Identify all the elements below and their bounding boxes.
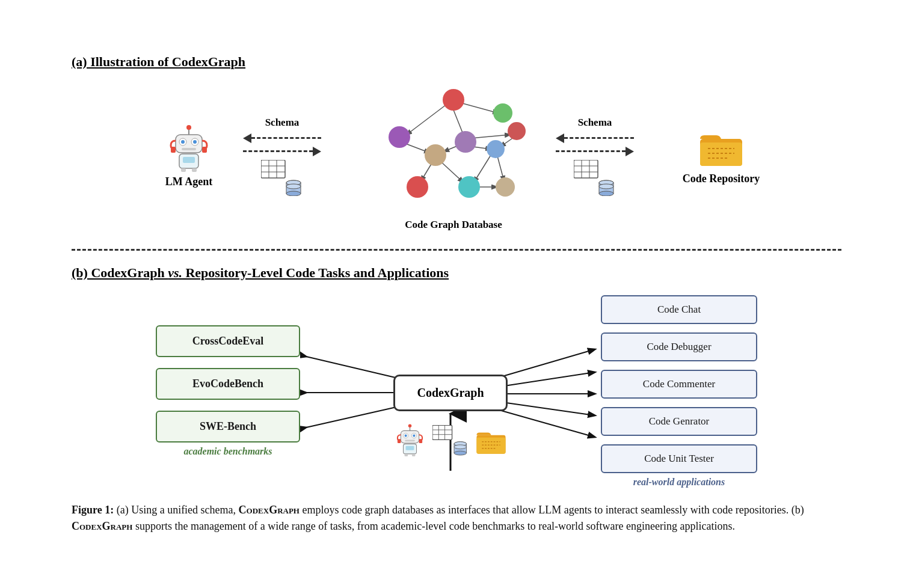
graph-svg [363, 82, 544, 214]
arrow-right-1 [243, 147, 321, 156]
benchmarks-col: CrossCodeEval EvoCodeBench SWE-Bench [156, 325, 300, 443]
section-b-title-vs: vs. [168, 265, 182, 280]
svg-rect-78 [405, 439, 415, 441]
svg-rect-47 [574, 160, 598, 178]
svg-point-42 [487, 140, 505, 158]
svg-rect-12 [181, 168, 186, 172]
benchmarks-label: academic benchmarks [183, 446, 272, 457]
section-b: (b) CodexGraph vs. Repository-Level Code… [72, 265, 841, 488]
svg-point-1 [186, 125, 191, 130]
svg-rect-84 [412, 453, 416, 456]
svg-rect-85 [432, 425, 452, 439]
svg-rect-96 [476, 437, 505, 453]
svg-point-37 [443, 89, 464, 111]
benchmark-box-swe-bench: SWE-Bench [156, 411, 300, 443]
section-b-content: CrossCodeEval EvoCodeBench SWE-Bench aca… [72, 295, 841, 488]
section-b-title-part2: Repository-Level Code Tasks and Applicat… [182, 265, 449, 280]
svg-point-92 [454, 451, 467, 455]
svg-rect-79 [398, 439, 401, 443]
svg-point-72 [408, 424, 412, 427]
benchmark-box-evocodebench: EvoCodeBench [156, 368, 300, 400]
svg-point-6 [193, 140, 197, 144]
svg-line-35 [497, 154, 504, 181]
section-b-title-part1: (b) CodexGraph [72, 265, 168, 280]
lm-agent-label: LM Agent [165, 176, 213, 188]
mini-robot-icon [393, 423, 426, 456]
section-a: (a) Illustration of CodexGraph [72, 54, 841, 231]
arrowhead-left-2 [556, 133, 564, 143]
svg-point-77 [413, 434, 415, 436]
code-repo-block: Code Repository [670, 127, 772, 185]
caption-text: (a) Using a unified schema, CodexGraph e… [72, 504, 804, 532]
graph-db-block: Code Graph Database [357, 82, 550, 231]
svg-rect-83 [405, 453, 408, 456]
center-bottom-icons [393, 423, 508, 456]
folder-icon [697, 127, 745, 169]
figure-caption: Figure 1: (a) Using a unified schema, Co… [72, 502, 841, 534]
mini-db-icon [432, 425, 469, 456]
svg-point-39 [389, 126, 410, 148]
arrowhead-left [243, 133, 251, 143]
app-box-code-debugger: Code Debugger [601, 332, 757, 361]
svg-rect-9 [202, 147, 207, 153]
svg-point-43 [508, 122, 526, 140]
caption-codexgraph-1: CodexGraph [239, 504, 300, 516]
svg-rect-14 [261, 160, 285, 178]
svg-point-45 [458, 176, 480, 198]
mini-folder-icon [475, 426, 508, 456]
svg-point-94 [454, 444, 467, 449]
app-box-code-unit-tester: Code Unit Tester [601, 444, 757, 473]
schema-right-block: Schema [556, 117, 664, 196]
schema-right-label: Schema [578, 117, 612, 129]
db-table-icon-right [574, 160, 616, 196]
section-b-title: (b) CodexGraph vs. Repository-Level Code… [72, 265, 841, 281]
svg-line-26 [407, 105, 446, 135]
benchmark-box-crosscodeeval: CrossCodeEval [156, 325, 300, 357]
svg-point-76 [405, 434, 407, 436]
svg-rect-7 [182, 148, 196, 150]
svg-rect-8 [171, 147, 176, 153]
dashed-line [251, 137, 321, 139]
svg-line-34 [474, 155, 491, 182]
svg-point-5 [181, 140, 185, 144]
svg-line-30 [470, 135, 510, 138]
svg-point-41 [425, 144, 446, 166]
app-box-code-chat: Code Chat [601, 295, 757, 324]
section-a-title: (a) Illustration of CodexGraph [72, 54, 841, 70]
page-container: (a) Illustration of CodexGraph [35, 30, 878, 559]
arrow-right-2 [556, 147, 634, 156]
schema-left-block: Schema [243, 117, 351, 196]
svg-point-54 [599, 191, 613, 196]
section-a-content: LM Agent Schema [72, 82, 841, 231]
svg-point-21 [286, 191, 301, 196]
svg-rect-80 [419, 439, 423, 443]
section-divider [72, 249, 841, 251]
arrow-left-2 [556, 133, 634, 143]
graph-db-label: Code Graph Database [405, 219, 502, 231]
svg-point-44 [407, 176, 428, 198]
arrowhead-right-2 [626, 147, 634, 156]
dashed-line-3 [564, 137, 634, 139]
dashed-line-4 [556, 150, 626, 152]
svg-rect-82 [406, 446, 414, 450]
svg-rect-13 [192, 168, 197, 172]
benchmarks-container: CrossCodeEval EvoCodeBench SWE-Bench aca… [156, 325, 300, 457]
svg-point-23 [286, 184, 301, 189]
svg-line-24 [458, 102, 498, 113]
app-box-code-commenter: Code Commenter [601, 370, 757, 399]
arrow-left-1 [243, 133, 321, 143]
svg-line-33 [440, 161, 463, 182]
codexgraph-box: CodexGraph [393, 375, 507, 411]
applications-container: Code Chat Code Debugger Code Commenter C… [601, 295, 757, 488]
lm-agent-block: LM Agent [141, 124, 237, 188]
figure-number: Figure 1: [72, 504, 114, 516]
arrowhead-right [313, 147, 321, 156]
app-box-code-genrator: Code Genrator [601, 407, 757, 436]
robot-icon [165, 124, 213, 172]
svg-rect-11 [183, 157, 195, 163]
svg-point-38 [493, 103, 512, 123]
dashed-line-2 [243, 150, 313, 152]
db-table-icon-left [261, 160, 303, 196]
svg-point-40 [455, 131, 476, 153]
svg-rect-58 [700, 142, 742, 166]
